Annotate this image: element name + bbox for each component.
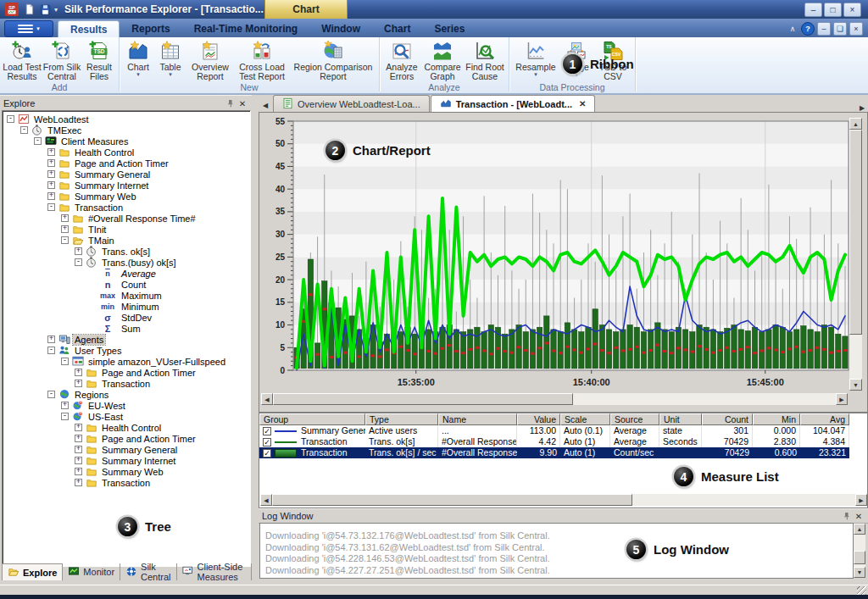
cross-load-test-report-button[interactable]: Cross Load Test Report: [234, 38, 290, 82]
scroll-left-icon[interactable]: ◀: [260, 494, 272, 506]
column-header-name[interactable]: Name: [438, 413, 517, 425]
scroll-right-icon[interactable]: ▶: [855, 494, 867, 506]
tab-scroll-right-icon[interactable]: ▶: [856, 104, 868, 112]
tree-expand-icon[interactable]: +: [75, 424, 82, 431]
tree-expand-icon[interactable]: +: [47, 159, 55, 167]
tree-expand-icon[interactable]: +: [75, 457, 82, 464]
ribbon-tab-reports[interactable]: Reports: [120, 20, 181, 37]
ribbon-tab-window[interactable]: Window: [309, 20, 372, 37]
tree-item-regions[interactable]: -Regions: [3, 389, 250, 400]
close-panel-icon[interactable]: ✕: [236, 97, 248, 109]
ribbon-tab-real-time-monitoring[interactable]: Real-Time Monitoring: [182, 20, 309, 37]
tree-item-summary-general[interactable]: +Summary General: [3, 444, 250, 455]
tree-item-us-east[interactable]: -US-East: [3, 411, 250, 422]
analyze-errors-button[interactable]: Analyze Errors: [382, 38, 421, 82]
tree-item-transaction[interactable]: -Transaction: [3, 202, 250, 213]
tree-collapse-icon[interactable]: -: [34, 137, 42, 145]
tree-item-minimum[interactable]: minMinimum: [3, 301, 250, 312]
region-comparison-report-button[interactable]: Region Comparison Report: [290, 38, 376, 82]
panel-tab-client-side-measures[interactable]: Client-Side Measures: [177, 563, 252, 580]
qat-dropdown-icon[interactable]: ▾: [54, 6, 58, 14]
scroll-right-icon[interactable]: ▶: [836, 393, 848, 405]
scroll-down-icon[interactable]: ▼: [849, 379, 862, 391]
contextual-tab-chart[interactable]: Chart: [264, 0, 348, 19]
tree-item-client-measures[interactable]: -Client Measures: [3, 136, 250, 147]
tree-item-trans-busy-ok-s[interactable]: -Trans.(busy) ok[s]: [3, 257, 250, 268]
pin-icon[interactable]: [841, 510, 853, 522]
tree-collapse-icon[interactable]: -: [61, 413, 69, 420]
tree-item-tmain[interactable]: -TMain: [3, 235, 250, 246]
measure-row[interactable]: ✓TransactionTrans. ok[s] / sec#Overall R…: [259, 447, 849, 458]
close-button[interactable]: ×: [843, 3, 861, 17]
document-tab-overview-webloadtest-loa[interactable]: Overview WebLoadtest-Loa...: [273, 95, 430, 112]
ribbon-tab-chart[interactable]: Chart: [372, 20, 422, 37]
tree-item-simple-amazon-vuser-fullspeed[interactable]: -simple amazon_VUser-Fullspeed: [3, 356, 250, 367]
from-silk-central-button[interactable]: From Silk Central: [42, 38, 82, 82]
tree-item-summary-web[interactable]: +Summary Web: [3, 191, 250, 202]
load-test-results-button[interactable]: Load Test Results: [3, 38, 42, 82]
tree-expand-icon[interactable]: +: [61, 402, 69, 409]
column-header-min[interactable]: Min: [753, 413, 800, 425]
column-header-value[interactable]: Value: [517, 413, 560, 425]
tree-item-agents[interactable]: +Agents: [3, 334, 250, 345]
tree-expand-icon[interactable]: +: [75, 446, 82, 453]
chart-plot[interactable]: 051015202530354045505515:35:0015:40:0015…: [259, 113, 868, 413]
tree-expand-icon[interactable]: +: [75, 369, 82, 376]
close-tab-icon[interactable]: ✕: [579, 99, 586, 108]
tree-item-summary-internet[interactable]: +Summary Internet: [3, 180, 250, 191]
panel-tab-explore[interactable]: Explore: [2, 563, 63, 580]
tree-item-tmexec[interactable]: -TMExec: [3, 125, 250, 136]
tree-item-trans-ok-s[interactable]: +Trans. ok[s]: [3, 246, 250, 257]
save-icon[interactable]: [38, 3, 52, 16]
tree-expand-icon[interactable]: +: [61, 225, 69, 233]
tree-collapse-icon[interactable]: -: [20, 126, 28, 134]
tree-item-average[interactable]: nAverage: [3, 268, 250, 279]
application-menu-button[interactable]: ▾: [4, 20, 53, 37]
document-tab-transaction-webloadt[interactable]: Transaction - [WebLoadt...✕: [431, 95, 596, 112]
tree-item-summary-internet[interactable]: +Summary Internet: [3, 455, 250, 466]
checkbox-checked[interactable]: ✓: [263, 449, 271, 458]
column-header-source[interactable]: Source: [610, 413, 659, 425]
tree-expand-icon[interactable]: +: [75, 380, 82, 387]
tree-item-stddev[interactable]: σStdDev: [3, 312, 250, 323]
scroll-down-icon[interactable]: ▼: [854, 567, 865, 578]
column-header-count[interactable]: Count: [702, 413, 753, 425]
tree-item-transaction[interactable]: +Transaction: [3, 477, 250, 488]
measure-row[interactable]: ✓TransactionTrans. ok[s]#Overall Respons…: [259, 436, 849, 447]
tree-item-user-types[interactable]: -User Types: [3, 345, 250, 356]
tree-item-overall-response-time[interactable]: +#Overall Response Time#: [3, 213, 250, 224]
tree-expand-icon[interactable]: +: [75, 435, 82, 442]
panel-tab-silk-central[interactable]: Silk Central: [120, 563, 176, 580]
tree-item-count[interactable]: nCount: [3, 279, 250, 290]
close-panel-icon[interactable]: ✕: [853, 510, 865, 522]
child-close-button[interactable]: ×: [849, 22, 863, 36]
tree-item-health-control[interactable]: +Health Control: [3, 147, 250, 158]
tree-item-page-and-action-timer[interactable]: +Page and Action Timer: [3, 158, 250, 169]
column-header-group[interactable]: Group: [259, 413, 365, 425]
tree-collapse-icon[interactable]: -: [75, 258, 82, 266]
compare-graph-button[interactable]: Compare Graph: [421, 38, 464, 82]
tree-item-summary-web[interactable]: +Summary Web: [3, 466, 250, 477]
tsd-to-csv-button[interactable]: TSCSVTSD to CSV: [593, 38, 632, 82]
chart-button[interactable]: Chart▾: [122, 38, 154, 82]
overview-report-button[interactable]: Overview Report: [186, 38, 234, 82]
tree-item-page-and-action-timer[interactable]: +Page and Action Timer: [3, 367, 250, 378]
pin-icon[interactable]: [225, 97, 236, 109]
column-header-type[interactable]: Type: [365, 413, 438, 425]
ribbon-tab-series[interactable]: Series: [422, 20, 476, 37]
tree-expand-icon[interactable]: +: [75, 479, 82, 486]
tree-item-summary-general[interactable]: +Summary General: [3, 169, 250, 180]
tree-collapse-icon[interactable]: -: [47, 347, 55, 354]
find-root-cause-button[interactable]: Find Root Cause: [464, 38, 506, 82]
checkbox-checked[interactable]: ✓: [263, 427, 271, 435]
resize-grip[interactable]: [857, 586, 866, 595]
table-button[interactable]: Table▾: [154, 38, 186, 82]
measure-row[interactable]: ✓Summary GeneralActive users...113.00Aut…: [259, 425, 849, 436]
tree-item-transaction[interactable]: +Transaction: [3, 378, 250, 389]
tree-item-tinit[interactable]: +TInit: [3, 224, 250, 235]
checkbox-checked[interactable]: ✓: [263, 438, 271, 446]
scroll-left-icon[interactable]: ◀: [261, 393, 273, 405]
tree-expand-icon[interactable]: +: [47, 148, 55, 156]
tree-collapse-icon[interactable]: -: [47, 203, 55, 211]
tab-scroll-left-icon[interactable]: ◀: [259, 98, 271, 112]
